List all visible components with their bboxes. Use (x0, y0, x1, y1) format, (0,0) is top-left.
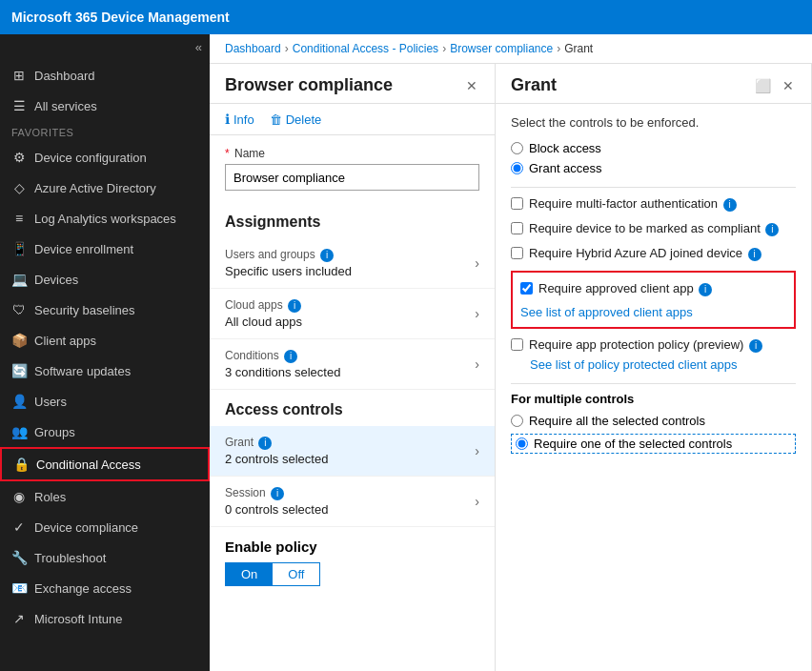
toggle-off-button[interactable]: Off (273, 563, 319, 585)
name-input[interactable] (225, 164, 479, 191)
sidebar-item-device-enrollment[interactable]: 📱 Device enrollment (0, 234, 210, 264)
cloud-apps-row[interactable]: Cloud apps i All cloud apps › (210, 289, 495, 339)
require-one-radio-item[interactable]: Require one of the selected controls (511, 434, 796, 454)
sidebar-collapse-button[interactable]: « (0, 34, 210, 60)
breadcrumb-grant: Grant (564, 42, 593, 55)
sidebar-item-azure-active-directory[interactable]: ◇ Azure Active Directory (0, 173, 210, 203)
security-baselines-icon: 🛡 (11, 302, 27, 317)
sidebar-item-conditional-access[interactable]: 🔒 Conditional Access (0, 447, 210, 481)
breadcrumb-conditional-access[interactable]: Conditional Access - Policies (293, 42, 438, 55)
require-all-radio-item[interactable]: Require all the selected controls (511, 414, 796, 428)
app-protection-checkbox[interactable] (511, 338, 523, 351)
users-groups-info: Users and groups i Specific users includ… (225, 248, 352, 278)
approved-app-checkbox-item[interactable]: Require approved client app i (520, 280, 786, 297)
browser-close-icon[interactable]: ✕ (464, 76, 479, 95)
mfa-checkbox[interactable] (511, 197, 523, 210)
sidebar-label-log-analytics: Log Analytics workspaces (34, 212, 176, 226)
sidebar-item-troubleshoot[interactable]: 🔧 Troubleshoot (0, 542, 210, 573)
mfa-label: Require multi-factor authentication i (529, 195, 737, 213)
favorites-section-label: FAVORITES (0, 121, 210, 142)
browser-panel-title: Browser compliance (225, 75, 393, 95)
browser-compliance-panel: Browser compliance ✕ ℹ Info 🗑 Delete (210, 64, 496, 671)
app-protection-label: Require app protection policy (preview) … (529, 336, 762, 354)
info-button[interactable]: ℹ Info (225, 112, 254, 127)
hybrid-checkbox-item[interactable]: Require Hybrid Azure AD joined device i (511, 245, 796, 262)
sidebar-item-microsoft-intune[interactable]: ↗ Microsoft Intune (0, 603, 210, 634)
users-groups-info-icon[interactable]: i (320, 249, 334, 262)
sidebar-item-client-apps[interactable]: 📦 Client apps (0, 325, 210, 356)
grant-access-label: Grant access (529, 161, 602, 175)
conditions-info-icon[interactable]: i (284, 350, 297, 363)
grant-row[interactable]: Grant i 2 controls selected › (210, 426, 495, 477)
conditions-row[interactable]: Conditions i 3 conditions selected › (210, 339, 495, 390)
sidebar-label-troubleshoot: Troubleshoot (34, 551, 106, 565)
app-protection-info-icon[interactable]: i (749, 339, 762, 353)
sidebar-item-security-baselines[interactable]: 🛡 Security baselines (0, 295, 210, 325)
session-info-icon[interactable]: i (271, 487, 284, 500)
name-field-section: * Name (210, 135, 495, 202)
require-one-radio[interactable] (516, 437, 528, 450)
sidebar-label-users: Users (34, 395, 67, 409)
sidebar-item-exchange-access[interactable]: 📧 Exchange access (0, 573, 210, 603)
block-access-radio[interactable] (511, 142, 523, 154)
toggle-group: On Off (225, 562, 320, 586)
compliant-checkbox-item[interactable]: Require device to be marked as compliant… (511, 220, 796, 237)
approved-app-info-icon[interactable]: i (699, 283, 712, 296)
approved-app-checkbox[interactable] (520, 282, 533, 295)
breadcrumb-sep-3: › (557, 42, 560, 55)
grant-value: 2 controls selected (225, 452, 328, 466)
grant-access-radio[interactable] (511, 162, 523, 174)
compliant-checkbox[interactable] (511, 222, 523, 234)
sidebar-item-roles[interactable]: ◉ Roles (0, 481, 210, 512)
sidebar-item-devices[interactable]: 💻 Devices (0, 264, 210, 295)
sidebar: « ⊞ Dashboard ☰ All services FAVORITES ⚙… (0, 34, 210, 671)
conditional-access-icon: 🔒 (13, 457, 29, 472)
sidebar-item-all-services[interactable]: ☰ All services (0, 91, 210, 121)
breadcrumb: Dashboard › Conditional Access - Policie… (210, 34, 812, 64)
grant-expand-icon[interactable]: ⬜ (753, 76, 773, 95)
compliant-info-icon[interactable]: i (765, 223, 779, 236)
sidebar-item-groups[interactable]: 👥 Groups (0, 417, 210, 447)
sidebar-item-device-configuration[interactable]: ⚙ Device configuration (0, 142, 210, 173)
sidebar-label-all-services: All services (34, 99, 97, 113)
assignments-title: Assignments (210, 202, 495, 238)
sidebar-label-dashboard: Dashboard (34, 69, 95, 83)
app-protection-checkbox-item[interactable]: Require app protection policy (preview) … (511, 336, 796, 354)
hybrid-checkbox[interactable] (511, 247, 523, 259)
grant-panel: Grant ⬜ ✕ Select the controls to be enfo… (496, 64, 812, 671)
sidebar-item-log-analytics[interactable]: ≡ Log Analytics workspaces (0, 203, 210, 234)
sidebar-item-dashboard[interactable]: ⊞ Dashboard (0, 60, 210, 91)
app-protection-link[interactable]: See list of policy protected client apps (530, 357, 796, 372)
mfa-info-icon[interactable]: i (723, 198, 737, 212)
delete-button[interactable]: 🗑 Delete (270, 112, 322, 127)
grant-access-radio-item[interactable]: Grant access (511, 161, 796, 175)
users-groups-row[interactable]: Users and groups i Specific users includ… (210, 238, 495, 289)
grant-label: Grant i (225, 436, 328, 450)
mfa-checkbox-item[interactable]: Require multi-factor authentication i (511, 195, 796, 213)
session-row[interactable]: Session i 0 controls selected › (210, 477, 495, 527)
hybrid-info-icon[interactable]: i (748, 248, 761, 261)
sidebar-label-client-apps: Client apps (34, 334, 96, 348)
grant-checkboxes: Require multi-factor authentication i Re… (511, 195, 796, 372)
cloud-apps-info-icon[interactable]: i (288, 299, 301, 313)
sidebar-item-users[interactable]: 👤 Users (0, 386, 210, 417)
breadcrumb-dashboard[interactable]: Dashboard (225, 42, 281, 55)
section-divider-2 (511, 383, 796, 384)
approved-app-link[interactable]: See list of approved client apps (520, 305, 786, 319)
sidebar-item-device-compliance[interactable]: ✓ Device compliance (0, 512, 210, 542)
conditions-value: 3 conditions selected (225, 365, 340, 379)
grant-info-icon[interactable]: i (258, 437, 272, 450)
sidebar-item-software-updates[interactable]: 🔄 Software updates (0, 356, 210, 386)
grant-panel-header-icons: ⬜ ✕ (753, 76, 796, 95)
breadcrumb-browser-compliance[interactable]: Browser compliance (450, 42, 553, 55)
users-groups-label: Users and groups i (225, 248, 352, 262)
grant-close-icon[interactable]: ✕ (781, 76, 796, 95)
session-info: Session i 0 controls selected (225, 486, 328, 517)
sidebar-label-software-updates: Software updates (34, 364, 131, 378)
toggle-on-button[interactable]: On (226, 563, 273, 585)
dashboard-icon: ⊞ (11, 68, 27, 83)
require-all-radio[interactable] (511, 415, 523, 427)
cloud-apps-info: Cloud apps i All cloud apps (225, 298, 302, 329)
cloud-apps-label: Cloud apps i (225, 298, 302, 313)
block-access-radio-item[interactable]: Block access (511, 141, 796, 155)
